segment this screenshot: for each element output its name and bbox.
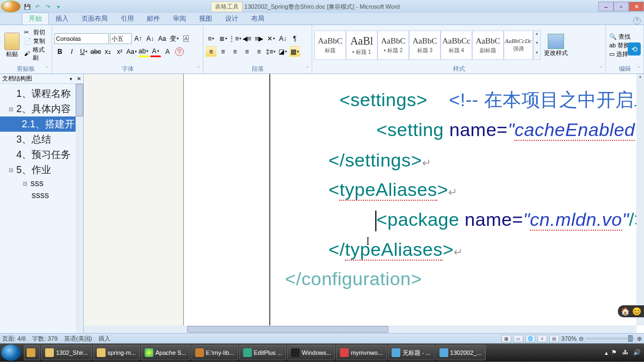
taskbar-item[interactable]: E:\my-lib... [191,345,238,360]
vertical-scrollbar[interactable]: ▴ [636,74,644,325]
copy-button[interactable]: 📄复制 [23,37,49,45]
save-icon[interactable]: 💾 [23,2,32,11]
increase-indent-button[interactable]: ≡▶ [253,33,264,44]
office-button[interactable] [1,1,21,13]
insert-mode[interactable]: 插入 [98,335,110,343]
taskbar-item[interactable]: 1302_Shir... [41,345,92,360]
strike-button[interactable]: abc [90,46,101,57]
help-icon[interactable]: ? [633,17,641,24]
redo-icon[interactable]: ↷ [44,2,52,11]
view-outline[interactable]: ≡ [537,335,547,342]
style-item[interactable]: AaBbC标题 3 [409,30,441,60]
view-web[interactable]: 🌐 [525,335,535,342]
paste-button[interactable]: 粘贴 [2,32,22,59]
undo-icon[interactable]: ↶ [33,2,42,11]
italic-button[interactable]: I [66,46,77,57]
find-button[interactable]: 🔍查找 [608,33,631,41]
taskbar-item[interactable]: 无标题 - ... [388,345,435,360]
style-item[interactable]: AaBl• 标题 1 [346,30,377,60]
style-item[interactable]: AaBbC副标题 [472,30,504,60]
phonetic-button[interactable]: A [181,33,191,44]
underline-button[interactable]: U [78,46,89,57]
superscript-button[interactable]: x² [114,46,125,57]
document-area[interactable]: <settings> <!-- 在本项目之中开启二 <setting name=… [84,74,644,333]
clear-format-button[interactable]: Aa [157,33,168,44]
subscript-button[interactable]: x₂ [102,46,113,57]
language-indicator[interactable]: 英语(美国) [64,335,92,343]
enclose-char-button[interactable]: 字 [174,46,185,57]
outline-item[interactable]: ⊟5、作业 [0,162,83,177]
taskbar-item[interactable]: spring-m... [93,345,140,360]
taskbar-item[interactable]: EditPlus ... [239,345,287,360]
tray-network-icon[interactable]: 🖧 [622,349,630,356]
tray-up-icon[interactable]: ▴ [605,349,608,356]
shading-button[interactable]: ◪ [277,46,288,57]
page-indicator[interactable]: 页面: 4/8 [2,335,26,343]
zoom-in-button[interactable]: ⊕ [637,335,642,342]
view-full-screen[interactable]: ▭ [513,335,523,342]
taskbar-item[interactable]: Windows... [287,345,335,360]
font-size-input[interactable] [110,33,132,44]
tab-home[interactable]: 开始 [22,13,49,24]
qat-dropdown-icon[interactable]: ▾ [54,2,63,11]
horizontal-scrollbar[interactable] [84,325,636,333]
format-painter-button[interactable]: 🖌格式刷 [23,46,49,62]
align-right-button[interactable]: ≡ [230,46,240,57]
font-name-input[interactable] [54,33,109,44]
character-shading-button[interactable]: A [162,46,173,57]
outline-body[interactable]: 1、课程名称 ⊟2、具体内容 2.1、搭建开 3、总结 4、预习任务 ⊟5、作业… [0,84,83,333]
close-button[interactable]: ✕ [629,2,644,11]
sort-button[interactable]: A↓ [277,33,288,44]
tab-page-layout[interactable]: 页面布局 [75,13,114,24]
align-center-button[interactable]: ≡ [218,46,228,57]
tab-design[interactable]: 设计 [219,13,245,24]
tab-mailings[interactable]: 邮件 [140,13,166,24]
bullets-button[interactable]: ≡ [206,33,216,44]
emoji-widget[interactable]: 🏠 😊 [618,305,644,317]
justify-button[interactable]: ≡ [242,46,252,57]
text-effect-button[interactable]: Aa [126,46,137,57]
zoom-slider[interactable] [586,337,635,340]
tab-review[interactable]: 审阅 [166,13,193,24]
numbering-button[interactable]: ≣ [218,33,228,44]
decrease-indent-button[interactable]: ◀≡ [242,33,252,44]
change-styles-button[interactable]: 更改样式 [542,33,570,58]
tab-insert[interactable]: 插入 [49,13,75,24]
document-content[interactable]: <settings> <!-- 在本项目之中开启二 <setting name=… [274,74,644,333]
show-marks-button[interactable]: ¶ [289,33,300,44]
minimize-button[interactable]: – [598,2,614,11]
taskbar-pin[interactable] [24,345,40,360]
style-item[interactable]: AaBbC• 标题 2 [377,30,409,60]
tray-flag-icon[interactable]: ⚑ [611,349,619,356]
bold-button[interactable]: B [54,46,65,57]
zoom-level[interactable]: 370% [561,335,577,342]
extension-badge[interactable]: ⟲ [628,42,641,56]
maximize-button[interactable]: ▫ [614,2,629,11]
zoom-out-button[interactable]: ⊖ [579,335,584,342]
font-color-button[interactable]: A [150,46,161,57]
styles-gallery[interactable]: AaBbC标题 AaBl• 标题 1 AaBbC• 标题 2 AaBbC标题 3… [314,30,541,60]
outline-close-icon[interactable]: ✕ [77,76,81,82]
system-tray[interactable]: ▴ ⚑ 🖧 🔊 [605,349,643,356]
change-case-button[interactable]: 变 [169,33,179,44]
borders-button[interactable]: ▦ [289,46,300,57]
taskbar-item[interactable]: 1302002_... [436,345,486,360]
tab-references[interactable]: 引用 [114,13,140,24]
start-button[interactable] [1,344,21,361]
outline-scrollbar[interactable] [76,84,83,333]
style-item[interactable]: AaBbCc标题 4 [441,30,472,60]
outline-item[interactable]: 1、课程名称 [0,86,83,101]
tab-layout[interactable]: 布局 [245,13,271,24]
view-draft[interactable]: ▤ [549,335,559,342]
view-print-layout[interactable]: ▦ [501,335,511,342]
outline-item[interactable]: ssss [0,189,83,201]
taskbar-item[interactable]: Apache S... [141,345,190,360]
outline-item[interactable]: ⊟sss [0,177,83,189]
tab-view[interactable]: 视图 [193,13,219,24]
style-item[interactable]: AaBbCcDc强调 [504,30,533,60]
cut-button[interactable]: ✂剪切 [23,28,49,36]
line-spacing-button[interactable]: ‡≡ [265,46,276,57]
outline-item[interactable]: ⊟2、具体内容 [0,101,83,116]
style-item[interactable]: AaBbC标题 [314,30,346,60]
highlight-button[interactable]: ab [138,46,149,57]
